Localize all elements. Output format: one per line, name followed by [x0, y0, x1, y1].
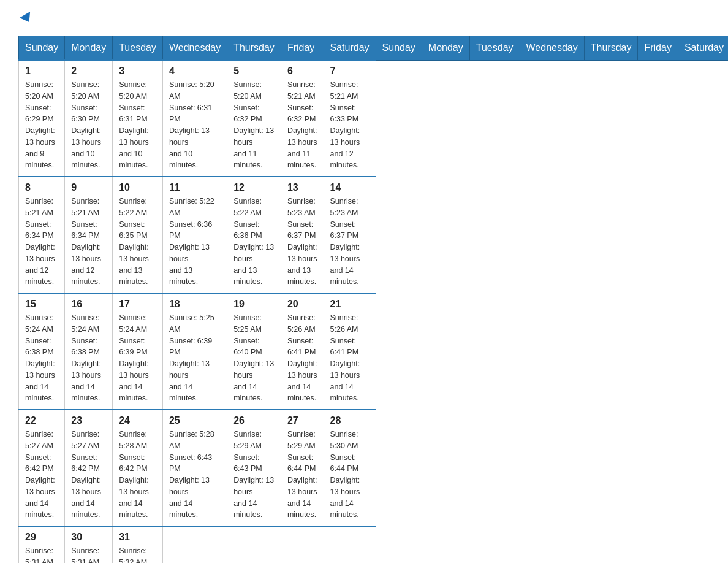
- day-info: Sunrise: 5:31 AMSunset: 6:45 PMDaylight:…: [71, 545, 106, 563]
- day-info: Sunrise: 5:21 AMSunset: 6:34 PMDaylight:…: [25, 196, 58, 288]
- calendar-cell: 18Sunrise: 5:25 AMSunset: 6:39 PMDayligh…: [162, 293, 227, 410]
- calendar-header-row: SundayMondayTuesdayWednesdayThursdayFrid…: [19, 36, 729, 61]
- day-number: 15: [25, 299, 58, 310]
- calendar-cell: 16Sunrise: 5:24 AMSunset: 6:38 PMDayligh…: [65, 293, 113, 410]
- calendar-cell: 5Sunrise: 5:20 AMSunset: 6:32 PMDaylight…: [227, 60, 281, 177]
- day-number: 19: [233, 299, 275, 310]
- day-number: 5: [233, 66, 275, 77]
- day-info: Sunrise: 5:20 AMSunset: 6:32 PMDaylight:…: [233, 79, 275, 171]
- logo: [18, 12, 33, 25]
- day-number: 24: [119, 415, 156, 426]
- calendar-cell: 25Sunrise: 5:28 AMSunset: 6:43 PMDayligh…: [162, 410, 227, 526]
- day-number: 18: [169, 299, 221, 310]
- calendar-cell: 28Sunrise: 5:30 AMSunset: 6:44 PMDayligh…: [324, 410, 376, 526]
- calendar-cell: 23Sunrise: 5:27 AMSunset: 6:42 PMDayligh…: [65, 410, 113, 526]
- day-info: Sunrise: 5:20 AMSunset: 6:31 PMDaylight:…: [119, 79, 156, 171]
- day-info: Sunrise: 5:29 AMSunset: 6:44 PMDaylight:…: [287, 429, 317, 521]
- day-info: Sunrise: 5:22 AMSunset: 6:35 PMDaylight:…: [119, 196, 156, 288]
- day-number: 21: [330, 299, 370, 310]
- calendar-cell: 20Sunrise: 5:26 AMSunset: 6:41 PMDayligh…: [281, 293, 324, 410]
- header-tuesday: Tuesday: [113, 36, 163, 61]
- day-info: Sunrise: 5:28 AMSunset: 6:42 PMDaylight:…: [119, 429, 156, 521]
- day-number: 31: [119, 532, 156, 543]
- day-info: Sunrise: 5:20 AMSunset: 6:31 PMDaylight:…: [169, 79, 221, 171]
- day-info: Sunrise: 5:24 AMSunset: 6:38 PMDaylight:…: [25, 312, 58, 404]
- page-header: [18, 12, 710, 25]
- day-info: Sunrise: 5:31 AMSunset: 6:45 PMDaylight:…: [25, 545, 58, 563]
- day-number: 20: [287, 299, 317, 310]
- week-row-2: 8Sunrise: 5:21 AMSunset: 6:34 PMDaylight…: [19, 177, 729, 293]
- calendar-cell: 4Sunrise: 5:20 AMSunset: 6:31 PMDaylight…: [162, 60, 227, 177]
- calendar-cell: 21Sunrise: 5:26 AMSunset: 6:41 PMDayligh…: [324, 293, 376, 410]
- day-number: 3: [119, 66, 156, 77]
- day-number: 4: [169, 66, 221, 77]
- calendar-cell: 29Sunrise: 5:31 AMSunset: 6:45 PMDayligh…: [19, 526, 65, 563]
- week-row-5: 29Sunrise: 5:31 AMSunset: 6:45 PMDayligh…: [19, 526, 729, 563]
- calendar-cell: 14Sunrise: 5:23 AMSunset: 6:37 PMDayligh…: [324, 177, 376, 293]
- day-number: 8: [25, 182, 58, 193]
- calendar-cell: 10Sunrise: 5:22 AMSunset: 6:35 PMDayligh…: [113, 177, 163, 293]
- column-header-thursday: Thursday: [584, 36, 638, 61]
- column-header-saturday: Saturday: [678, 36, 728, 61]
- calendar-cell: [324, 526, 376, 563]
- header-sunday: Sunday: [19, 36, 65, 61]
- day-number: 6: [287, 66, 317, 77]
- calendar-cell: 31Sunrise: 5:32 AMSunset: 6:45 PMDayligh…: [113, 526, 163, 563]
- calendar-cell: [227, 526, 281, 563]
- day-number: 12: [233, 182, 275, 193]
- calendar-cell: 24Sunrise: 5:28 AMSunset: 6:42 PMDayligh…: [113, 410, 163, 526]
- day-number: 13: [287, 182, 317, 193]
- day-info: Sunrise: 5:25 AMSunset: 6:40 PMDaylight:…: [233, 312, 275, 404]
- day-info: Sunrise: 5:23 AMSunset: 6:37 PMDaylight:…: [330, 196, 370, 288]
- day-info: Sunrise: 5:23 AMSunset: 6:37 PMDaylight:…: [287, 196, 317, 288]
- day-info: Sunrise: 5:22 AMSunset: 6:36 PMDaylight:…: [169, 196, 221, 288]
- header-saturday: Saturday: [324, 36, 376, 61]
- logo-triangle-icon: [20, 12, 34, 25]
- day-info: Sunrise: 5:29 AMSunset: 6:43 PMDaylight:…: [233, 429, 275, 521]
- week-row-4: 22Sunrise: 5:27 AMSunset: 6:42 PMDayligh…: [19, 410, 729, 526]
- day-info: Sunrise: 5:21 AMSunset: 6:32 PMDaylight:…: [287, 79, 317, 171]
- calendar-cell: 22Sunrise: 5:27 AMSunset: 6:42 PMDayligh…: [19, 410, 65, 526]
- day-info: Sunrise: 5:27 AMSunset: 6:42 PMDaylight:…: [25, 429, 58, 521]
- day-number: 11: [169, 182, 221, 193]
- day-number: 23: [71, 415, 106, 426]
- column-header-monday: Monday: [422, 36, 469, 61]
- day-number: 10: [119, 182, 156, 193]
- day-number: 25: [169, 415, 221, 426]
- calendar-cell: 9Sunrise: 5:21 AMSunset: 6:34 PMDaylight…: [65, 177, 113, 293]
- day-info: Sunrise: 5:25 AMSunset: 6:39 PMDaylight:…: [169, 312, 221, 404]
- day-info: Sunrise: 5:27 AMSunset: 6:42 PMDaylight:…: [71, 429, 106, 521]
- column-header-wednesday: Wednesday: [520, 36, 584, 61]
- week-row-3: 15Sunrise: 5:24 AMSunset: 6:38 PMDayligh…: [19, 293, 729, 410]
- day-info: Sunrise: 5:24 AMSunset: 6:39 PMDaylight:…: [119, 312, 156, 404]
- calendar-cell: 19Sunrise: 5:25 AMSunset: 6:40 PMDayligh…: [227, 293, 281, 410]
- calendar-cell: 1Sunrise: 5:20 AMSunset: 6:29 PMDaylight…: [19, 60, 65, 177]
- header-monday: Monday: [65, 36, 113, 61]
- day-info: Sunrise: 5:26 AMSunset: 6:41 PMDaylight:…: [330, 312, 370, 404]
- day-number: 30: [71, 532, 106, 543]
- day-info: Sunrise: 5:20 AMSunset: 6:29 PMDaylight:…: [25, 79, 58, 171]
- calendar-cell: [162, 526, 227, 563]
- header-wednesday: Wednesday: [162, 36, 227, 61]
- calendar-cell: 11Sunrise: 5:22 AMSunset: 6:36 PMDayligh…: [162, 177, 227, 293]
- day-number: 29: [25, 532, 58, 543]
- calendar-table: SundayMondayTuesdayWednesdayThursdayFrid…: [18, 36, 728, 563]
- week-row-1: 1Sunrise: 5:20 AMSunset: 6:29 PMDaylight…: [19, 60, 729, 177]
- day-number: 2: [71, 66, 106, 77]
- day-info: Sunrise: 5:26 AMSunset: 6:41 PMDaylight:…: [287, 312, 317, 404]
- calendar-cell: [281, 526, 324, 563]
- day-info: Sunrise: 5:20 AMSunset: 6:30 PMDaylight:…: [71, 79, 106, 171]
- day-info: Sunrise: 5:32 AMSunset: 6:45 PMDaylight:…: [119, 545, 156, 563]
- header-thursday: Thursday: [227, 36, 281, 61]
- calendar-cell: 30Sunrise: 5:31 AMSunset: 6:45 PMDayligh…: [65, 526, 113, 563]
- calendar-cell: 13Sunrise: 5:23 AMSunset: 6:37 PMDayligh…: [281, 177, 324, 293]
- day-number: 1: [25, 66, 58, 77]
- day-info: Sunrise: 5:21 AMSunset: 6:33 PMDaylight:…: [330, 79, 370, 171]
- calendar-cell: 3Sunrise: 5:20 AMSunset: 6:31 PMDaylight…: [113, 60, 163, 177]
- calendar-cell: 17Sunrise: 5:24 AMSunset: 6:39 PMDayligh…: [113, 293, 163, 410]
- day-number: 9: [71, 182, 106, 193]
- column-header-friday: Friday: [638, 36, 678, 61]
- calendar-cell: 26Sunrise: 5:29 AMSunset: 6:43 PMDayligh…: [227, 410, 281, 526]
- calendar-cell: 6Sunrise: 5:21 AMSunset: 6:32 PMDaylight…: [281, 60, 324, 177]
- day-info: Sunrise: 5:28 AMSunset: 6:43 PMDaylight:…: [169, 429, 221, 521]
